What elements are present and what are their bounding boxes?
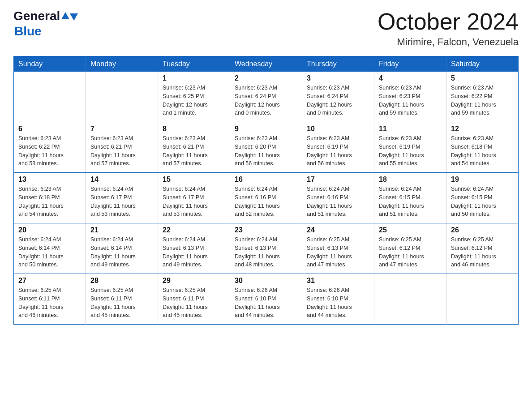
day-number: 16	[235, 176, 297, 184]
day-info: Sunrise: 6:25 AMSunset: 6:12 PMDaylight:…	[451, 235, 514, 269]
day-number: 3	[307, 74, 369, 82]
col-header-saturday: Saturday	[446, 56, 519, 72]
calendar-cell: 26Sunrise: 6:25 AMSunset: 6:12 PMDayligh…	[446, 223, 519, 274]
calendar-week-5: 27Sunrise: 6:25 AMSunset: 6:11 PMDayligh…	[14, 274, 519, 325]
day-number: 17	[307, 176, 369, 184]
calendar-cell: 12Sunrise: 6:23 AMSunset: 6:18 PMDayligh…	[446, 122, 519, 173]
day-info: Sunrise: 6:23 AMSunset: 6:24 PMDaylight:…	[307, 84, 369, 117]
calendar-cell: 23Sunrise: 6:24 AMSunset: 6:13 PMDayligh…	[230, 223, 302, 274]
calendar-cell: 27Sunrise: 6:25 AMSunset: 6:11 PMDayligh…	[14, 274, 86, 325]
calendar-cell	[86, 72, 158, 122]
calendar-cell: 15Sunrise: 6:24 AMSunset: 6:17 PMDayligh…	[158, 173, 230, 223]
logo-blue-text: Blue	[14, 24, 42, 38]
day-info: Sunrise: 6:26 AMSunset: 6:10 PMDaylight:…	[235, 286, 297, 320]
logo-triangle-icon	[70, 13, 78, 21]
day-number: 11	[379, 125, 442, 133]
day-info: Sunrise: 6:23 AMSunset: 6:18 PMDaylight:…	[451, 134, 514, 168]
calendar-cell: 10Sunrise: 6:23 AMSunset: 6:19 PMDayligh…	[302, 122, 374, 173]
calendar-cell: 22Sunrise: 6:24 AMSunset: 6:13 PMDayligh…	[158, 223, 230, 274]
day-number: 13	[18, 176, 81, 184]
day-info: Sunrise: 6:24 AMSunset: 6:15 PMDaylight:…	[451, 185, 514, 218]
month-title: October 2024	[378, 9, 519, 34]
calendar-cell: 24Sunrise: 6:25 AMSunset: 6:13 PMDayligh…	[302, 223, 374, 274]
day-info: Sunrise: 6:24 AMSunset: 6:17 PMDaylight:…	[90, 185, 153, 218]
day-info: Sunrise: 6:24 AMSunset: 6:13 PMDaylight:…	[235, 235, 297, 269]
calendar-cell: 2Sunrise: 6:23 AMSunset: 6:24 PMDaylight…	[230, 72, 302, 122]
day-number: 6	[18, 125, 81, 133]
day-number: 28	[90, 277, 153, 285]
title-area: October 2024 Mirimire, Falcon, Venezuela	[378, 9, 519, 48]
calendar-cell	[374, 274, 446, 325]
day-info: Sunrise: 6:23 AMSunset: 6:23 PMDaylight:…	[379, 84, 442, 117]
day-info: Sunrise: 6:24 AMSunset: 6:15 PMDaylight:…	[379, 185, 442, 218]
calendar-cell: 9Sunrise: 6:23 AMSunset: 6:20 PMDaylight…	[230, 122, 302, 173]
calendar-week-1: 1Sunrise: 6:23 AMSunset: 6:25 PMDaylight…	[14, 72, 519, 122]
calendar-cell: 18Sunrise: 6:24 AMSunset: 6:15 PMDayligh…	[374, 173, 446, 223]
calendar-cell: 16Sunrise: 6:24 AMSunset: 6:16 PMDayligh…	[230, 173, 302, 223]
calendar-cell: 19Sunrise: 6:24 AMSunset: 6:15 PMDayligh…	[446, 173, 519, 223]
calendar-cell	[14, 72, 86, 122]
day-number: 15	[163, 176, 225, 184]
day-number: 23	[235, 226, 297, 234]
day-number: 12	[451, 125, 514, 133]
calendar-cell: 31Sunrise: 6:26 AMSunset: 6:10 PMDayligh…	[302, 274, 374, 325]
day-number: 29	[163, 277, 225, 285]
day-number: 19	[451, 176, 514, 184]
day-number: 25	[379, 226, 442, 234]
day-info: Sunrise: 6:23 AMSunset: 6:18 PMDaylight:…	[18, 185, 81, 218]
day-info: Sunrise: 6:24 AMSunset: 6:16 PMDaylight:…	[235, 185, 297, 218]
logo-general-text: General	[13, 9, 60, 23]
day-info: Sunrise: 6:23 AMSunset: 6:25 PMDaylight:…	[163, 84, 225, 117]
day-info: Sunrise: 6:23 AMSunset: 6:19 PMDaylight:…	[379, 134, 442, 168]
day-number: 24	[307, 226, 369, 234]
day-info: Sunrise: 6:23 AMSunset: 6:24 PMDaylight:…	[235, 84, 297, 117]
calendar-cell: 30Sunrise: 6:26 AMSunset: 6:10 PMDayligh…	[230, 274, 302, 325]
day-number: 18	[379, 176, 442, 184]
col-header-thursday: Thursday	[302, 56, 374, 72]
col-header-friday: Friday	[374, 56, 446, 72]
day-number: 9	[235, 125, 297, 133]
day-info: Sunrise: 6:23 AMSunset: 6:22 PMDaylight:…	[18, 134, 81, 168]
calendar-cell	[446, 274, 519, 325]
day-number: 20	[18, 226, 81, 234]
day-number: 7	[90, 125, 153, 133]
day-info: Sunrise: 6:25 AMSunset: 6:12 PMDaylight:…	[379, 235, 442, 269]
calendar-week-3: 13Sunrise: 6:23 AMSunset: 6:18 PMDayligh…	[14, 173, 519, 223]
day-info: Sunrise: 6:24 AMSunset: 6:14 PMDaylight:…	[90, 235, 153, 269]
day-number: 4	[379, 74, 442, 82]
day-info: Sunrise: 6:23 AMSunset: 6:19 PMDaylight:…	[307, 134, 369, 168]
col-header-monday: Monday	[86, 56, 158, 72]
calendar-cell: 5Sunrise: 6:23 AMSunset: 6:22 PMDaylight…	[446, 72, 519, 122]
calendar-header-row: SundayMondayTuesdayWednesdayThursdayFrid…	[14, 56, 519, 72]
calendar-week-2: 6Sunrise: 6:23 AMSunset: 6:22 PMDaylight…	[14, 122, 519, 173]
calendar-cell: 28Sunrise: 6:25 AMSunset: 6:11 PMDayligh…	[86, 274, 158, 325]
calendar-cell: 11Sunrise: 6:23 AMSunset: 6:19 PMDayligh…	[374, 122, 446, 173]
calendar-cell: 8Sunrise: 6:23 AMSunset: 6:21 PMDaylight…	[158, 122, 230, 173]
day-number: 27	[18, 277, 81, 285]
calendar-cell: 13Sunrise: 6:23 AMSunset: 6:18 PMDayligh…	[14, 173, 86, 223]
day-number: 22	[163, 226, 225, 234]
calendar-cell: 21Sunrise: 6:24 AMSunset: 6:14 PMDayligh…	[86, 223, 158, 274]
day-number: 21	[90, 226, 153, 234]
day-info: Sunrise: 6:26 AMSunset: 6:10 PMDaylight:…	[307, 286, 369, 320]
day-info: Sunrise: 6:25 AMSunset: 6:11 PMDaylight:…	[18, 286, 81, 320]
day-info: Sunrise: 6:25 AMSunset: 6:13 PMDaylight:…	[307, 235, 369, 269]
day-info: Sunrise: 6:24 AMSunset: 6:13 PMDaylight:…	[163, 235, 225, 269]
calendar-table: SundayMondayTuesdayWednesdayThursdayFrid…	[13, 56, 519, 325]
day-number: 26	[451, 226, 514, 234]
col-header-sunday: Sunday	[14, 56, 86, 72]
day-info: Sunrise: 6:25 AMSunset: 6:11 PMDaylight:…	[163, 286, 225, 320]
day-number: 30	[235, 277, 297, 285]
day-number: 5	[451, 74, 514, 82]
logo: General	[13, 9, 78, 23]
calendar-cell: 6Sunrise: 6:23 AMSunset: 6:22 PMDaylight…	[14, 122, 86, 173]
day-number: 31	[307, 277, 369, 285]
calendar-cell: 3Sunrise: 6:23 AMSunset: 6:24 PMDaylight…	[302, 72, 374, 122]
page-header: General Blue October 2024 Mirimire, Falc…	[13, 9, 519, 48]
calendar-cell: 29Sunrise: 6:25 AMSunset: 6:11 PMDayligh…	[158, 274, 230, 325]
calendar-cell: 17Sunrise: 6:24 AMSunset: 6:16 PMDayligh…	[302, 173, 374, 223]
day-info: Sunrise: 6:23 AMSunset: 6:21 PMDaylight:…	[90, 134, 153, 168]
location-title: Mirimire, Falcon, Venezuela	[378, 36, 519, 48]
day-number: 2	[235, 74, 297, 82]
col-header-wednesday: Wednesday	[230, 56, 302, 72]
